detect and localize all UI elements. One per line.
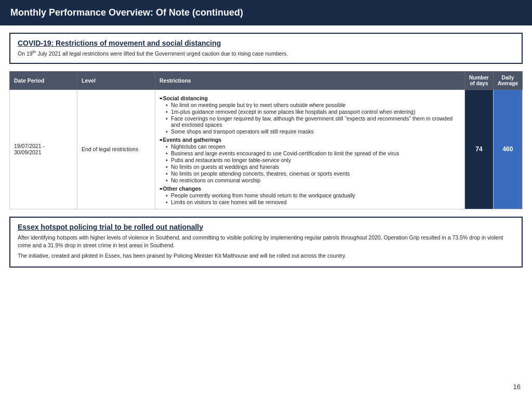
col-daily-average: Daily Average — [493, 71, 522, 89]
covid-section: COVID-19: Restrictions of movement and s… — [9, 33, 523, 64]
cell-date-period: 19/07/2021 - 30/09/2021 — [10, 89, 77, 209]
col-date-period: Date Period — [10, 71, 77, 89]
col-number-of-days: Number of days — [465, 71, 494, 89]
page-number: 16 — [513, 383, 521, 391]
essex-paragraph-1: After identifying hotspots with higher l… — [18, 234, 514, 250]
restrictions-table: Date Period Level Restrictions Number of… — [9, 71, 523, 209]
col-restrictions: Restrictions — [155, 71, 465, 89]
page-header: Monthly Performance Overview: Of Note (c… — [0, 0, 532, 25]
col-level: Level — [77, 71, 155, 89]
essex-section: Essex hotspot policing trial to be rolle… — [9, 217, 523, 268]
essex-title: Essex hotspot policing trial to be rolle… — [18, 223, 514, 231]
cell-level: End of legal restrictions — [77, 89, 155, 209]
covid-subtitle: On 19th July 2021 all legal restrictions… — [18, 49, 514, 57]
covid-title: COVID-19: Restrictions of movement and s… — [18, 39, 514, 47]
essex-paragraph-2: The initiative, created and piloted in E… — [18, 252, 514, 260]
main-content: COVID-19: Restrictions of movement and s… — [0, 25, 532, 282]
table-row: 19/07/2021 - 30/09/2021 End of legal res… — [10, 89, 523, 209]
page-title: Monthly Performance Overview: Of Note (c… — [10, 7, 522, 18]
cell-restrictions: • Social distancing No limit on meeting … — [155, 89, 465, 209]
cell-daily-average: 460 — [493, 89, 522, 209]
cell-number-of-days: 74 — [465, 89, 494, 209]
